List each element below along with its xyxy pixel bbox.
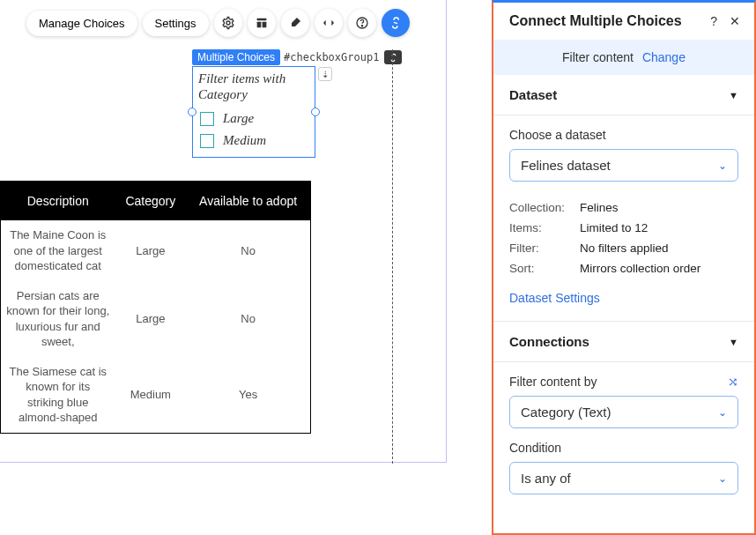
filter-by-value: Category (Text) <box>521 405 611 420</box>
filter-by-label: Filter content by <box>509 375 597 389</box>
chevron-down-icon: ⌄ <box>718 406 727 419</box>
table-cell: The Maine Coon is one of the largest dom… <box>1 220 115 281</box>
resize-handle-right[interactable] <box>311 108 320 116</box>
checkbox-icon[interactable] <box>200 112 214 126</box>
checkbox-label: Medium <box>223 133 266 148</box>
data-table: Description Category Available to adopt … <box>0 181 311 434</box>
checkbox-group-widget[interactable]: Multiple Choices #checkboxGroup1 ⇣ Filte… <box>192 49 402 158</box>
svg-point-0 <box>226 21 230 25</box>
change-link[interactable]: Change <box>642 50 686 64</box>
info-value: Mirrors collection order <box>580 262 700 275</box>
chevron-down-icon: ⌄ <box>718 160 727 172</box>
dataset-section-body: Choose a dataset Felines dataset ⌄ Colle… <box>493 115 754 322</box>
stretch-icon[interactable] <box>315 9 343 37</box>
info-key: Collection: <box>509 201 580 214</box>
svg-rect-2 <box>256 22 261 28</box>
chevron-down-icon: ⌄ <box>718 472 727 485</box>
table-header: Category <box>115 182 187 221</box>
dataset-select-value: Felines dataset <box>521 158 611 173</box>
svg-rect-1 <box>256 19 266 21</box>
checkbox-label: Large <box>223 111 254 126</box>
table-header: Available to adopt <box>186 182 310 221</box>
section-title: Connections <box>509 334 589 349</box>
close-icon[interactable]: ✕ <box>730 14 740 28</box>
table-cell: Large <box>115 281 187 357</box>
widget-type-tag: Multiple Choices <box>192 49 280 65</box>
table-cell: Persian cats are known for their long, l… <box>1 281 115 357</box>
condition-label: Condition <box>509 441 738 455</box>
manage-choices-button[interactable]: Manage Choices <box>26 11 137 36</box>
table-cell: The Siamese cat is known for its strikin… <box>1 357 115 434</box>
section-title: Dataset <box>509 87 557 102</box>
info-key: Items: <box>509 221 580 234</box>
data-link-icon[interactable] <box>384 50 402 64</box>
panel-title: Connect Multiple Choices <box>509 13 682 29</box>
chevron-down-icon: ▼ <box>729 90 738 100</box>
dataset-section-header[interactable]: Dataset ▼ <box>493 75 754 115</box>
gear-icon[interactable] <box>214 9 242 37</box>
panel-help-icon[interactable]: ? <box>710 14 717 28</box>
table-cell: Large <box>115 220 187 281</box>
table-row: The Siamese cat is known for its strikin… <box>1 357 311 434</box>
filter-banner: Filter content Change <box>493 40 754 75</box>
checkbox-icon[interactable] <box>200 134 214 148</box>
table-header: Description <box>1 182 115 221</box>
settings-button[interactable]: Settings <box>143 11 209 36</box>
toolbar: Manage Choices Settings <box>26 9 410 37</box>
info-value: Limited to 12 <box>580 221 648 234</box>
reset-icon[interactable]: ⤭ <box>728 375 738 389</box>
info-key: Filter: <box>509 241 580 255</box>
checkbox-option[interactable]: Large <box>193 108 315 130</box>
checkbox-option[interactable]: Medium <box>193 130 315 152</box>
widget-id-label: #checkboxGroup1 <box>284 51 379 63</box>
table-cell: Medium <box>115 357 187 434</box>
connections-section-body: Filter content by ⤭ Category (Text) ⌄ Co… <box>493 362 754 510</box>
table-cell: Yes <box>186 357 310 434</box>
choose-dataset-label: Choose a dataset <box>509 128 738 142</box>
condition-select[interactable]: Is any of ⌄ <box>509 462 738 494</box>
condition-value: Is any of <box>521 471 571 486</box>
resize-handle-left[interactable] <box>188 108 196 116</box>
dataset-settings-link[interactable]: Dataset Settings <box>509 291 600 305</box>
info-key: Sort: <box>509 262 580 275</box>
info-value: Felines <box>580 201 619 214</box>
table-row: Persian cats are known for their long, l… <box>1 281 311 357</box>
attach-icon[interactable]: ⇣ <box>318 67 332 81</box>
widget-title: Filter items with Category <box>193 67 315 108</box>
table-cell: No <box>186 220 310 281</box>
chevron-down-icon: ▼ <box>729 337 738 347</box>
svg-rect-3 <box>262 22 266 28</box>
svg-point-5 <box>361 26 362 26</box>
connections-section-header[interactable]: Connections ▼ <box>493 322 754 362</box>
connect-panel: Connect Multiple Choices ? ✕ Filter cont… <box>492 0 756 535</box>
dataset-select[interactable]: Felines dataset ⌄ <box>509 149 738 182</box>
table-row: The Maine Coon is one of the largest dom… <box>1 220 311 281</box>
guide-line <box>392 49 393 464</box>
info-value: No filters applied <box>580 241 669 255</box>
brush-icon[interactable] <box>281 9 309 37</box>
help-icon[interactable] <box>348 9 376 37</box>
table-cell: No <box>186 281 310 357</box>
banner-text: Filter content <box>562 50 634 64</box>
filter-by-select[interactable]: Category (Text) ⌄ <box>509 396 738 428</box>
connect-data-icon[interactable] <box>382 9 410 37</box>
layout-icon[interactable] <box>248 9 276 37</box>
